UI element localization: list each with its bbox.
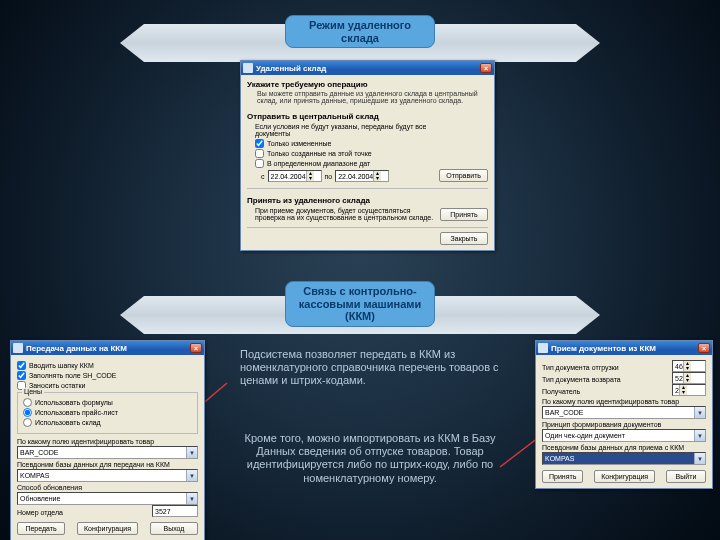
exit-button[interactable]: Выйти (666, 470, 706, 483)
lbl-dept: Номер отдела (17, 509, 146, 516)
cb-only-this-point[interactable]: Только созданные на этой точке (255, 149, 433, 158)
titlebar[interactable]: Удаленный склад × (241, 61, 494, 75)
window-title: Удаленный склад (256, 64, 326, 73)
lbl-pseudo: Псевдоним базы данных для передачи на КК… (17, 461, 198, 468)
instr-sub: Вы можете отправить данные из удаленного… (257, 90, 488, 104)
lbl-ident: По какому полю идентифицировать товар (17, 438, 198, 445)
ship-input[interactable]: 46▴▾ (672, 360, 706, 372)
princ-select[interactable]: Один чек-один документ▼ (542, 429, 706, 442)
close-button[interactable]: Закрыть (440, 232, 488, 245)
lbl-ship: Тип документа отгрузки (542, 364, 666, 371)
r-pricelist[interactable]: Использовать прайс-лист (23, 408, 192, 417)
cb-stock[interactable]: Заносить остатки (17, 381, 198, 390)
send-button[interactable]: Передать (17, 522, 65, 535)
desc-recv: Кроме того, можно импортировать из ККМ в… (225, 432, 515, 485)
ret-input[interactable]: 52▴▾ (672, 372, 706, 384)
chevron-down-icon: ▼ (186, 493, 197, 504)
chevron-down-icon: ▼ (694, 430, 705, 441)
lbl-recv: Получатель (542, 388, 666, 395)
titlebar[interactable]: Прием документов из ККМ × (536, 341, 712, 355)
update-select[interactable]: Обновление▼ (17, 492, 198, 505)
send-sub: Если условия не будут указаны, переданы … (255, 123, 433, 137)
ident-select[interactable]: BAR_CODE▼ (17, 446, 198, 459)
r-warehouse[interactable]: Использовать склад (23, 418, 192, 427)
lbl-ret: Тип документа возврата (542, 376, 666, 383)
cb-shcode[interactable]: Заполнять поле SH_CODE (17, 371, 198, 380)
lbl-ident: По какому полю идентифицировать товар (542, 398, 706, 405)
banner-mid: Связь с контрольно-кассовыми машинами (К… (285, 281, 435, 327)
window-title: Передача данных на ККМ (26, 344, 127, 353)
remote-warehouse-window: Удаленный склад × Укажите требуемую опер… (240, 60, 495, 251)
app-icon (538, 343, 548, 353)
banner-top: Режим удаленного склада (285, 15, 435, 48)
lbl-upd: Способ обновления (17, 484, 198, 491)
kkm-send-window: Передача данных на ККМ × Вводить шапку К… (10, 340, 205, 540)
dept-input[interactable]: 3527 (152, 505, 198, 517)
lbl-princ: Принцип формирования документов (542, 421, 706, 428)
instr-heading: Укажите требуемую операцию (247, 80, 488, 89)
config-button[interactable]: Конфигурация (77, 522, 138, 535)
send-button[interactable]: Отправить (439, 169, 488, 182)
cb-date-range[interactable]: В определенном диапазоне дат (255, 159, 433, 168)
app-icon (13, 343, 23, 353)
to-label: по (325, 173, 333, 180)
cb-only-changed[interactable]: Только измененные (255, 139, 433, 148)
close-icon[interactable]: × (480, 63, 492, 73)
chevron-down-icon: ▼ (186, 447, 197, 458)
price-legend: Цены (22, 388, 44, 395)
chevron-down-icon: ▼ (694, 453, 705, 464)
app-icon (243, 63, 253, 73)
r-formulas[interactable]: Использовать формулы (23, 398, 192, 407)
date-to-input[interactable]: 22.04.2004▴▾ (335, 170, 389, 182)
send-heading: Отправить в центральный склад (247, 112, 433, 121)
pseudo-select[interactable]: KOMPAS▼ (17, 469, 198, 482)
receive-button[interactable]: Принять (542, 470, 583, 483)
from-label: с (261, 173, 265, 180)
exit-button[interactable]: Выход (150, 522, 198, 535)
chevron-down-icon: ▼ (186, 470, 197, 481)
close-icon[interactable]: × (190, 343, 202, 353)
price-group: Цены Использовать формулы Использовать п… (17, 392, 198, 434)
chevron-down-icon: ▼ (694, 407, 705, 418)
recv-input[interactable]: 2▴▾ (672, 384, 706, 396)
recv-heading: Принять из удаленного склада (247, 196, 434, 205)
titlebar[interactable]: Передача данных на ККМ × (11, 341, 204, 355)
recv-sub: При приеме документов, будет осуществлят… (255, 207, 434, 221)
config-button[interactable]: Конфигурация (594, 470, 655, 483)
window-title: Прием документов из ККМ (551, 344, 656, 353)
kkm-recv-window: Прием документов из ККМ × Тип документа … (535, 340, 713, 489)
lbl-pseudo: Псевдоним базы данных для приема с ККМ (542, 444, 706, 451)
desc-send: Подсистема позволяет передать в ККМ из н… (240, 348, 500, 388)
close-icon[interactable]: × (698, 343, 710, 353)
cb-header[interactable]: Вводить шапку ККМ (17, 361, 198, 370)
receive-button[interactable]: Принять (440, 208, 488, 221)
date-from-input[interactable]: 22.04.2004▴▾ (268, 170, 322, 182)
pseudo-select[interactable]: KOMPAS▼ (542, 452, 706, 465)
ident-select[interactable]: BAR_CODE▼ (542, 406, 706, 419)
